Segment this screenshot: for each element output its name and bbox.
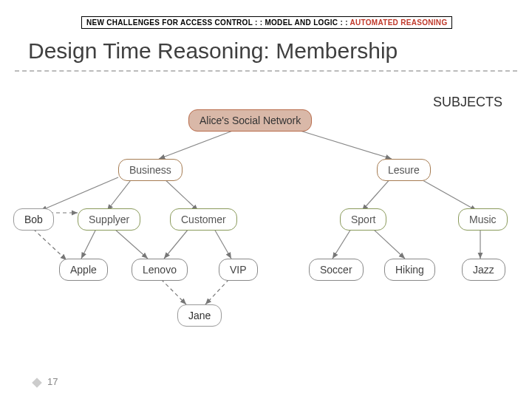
node-apple: Apple — [59, 259, 108, 281]
node-sport: Sport — [340, 208, 386, 231]
svg-line-9 — [164, 229, 188, 259]
svg-line-16 — [161, 279, 186, 304]
breadcrumb-main: NEW CHALLENGES FOR ACCESS CONTROL : : MO… — [86, 18, 349, 27]
svg-line-5 — [362, 177, 392, 211]
svg-line-0 — [159, 129, 236, 159]
svg-line-2 — [41, 177, 118, 211]
svg-line-14 — [33, 229, 66, 260]
subjects-label: SUBJECTS — [433, 95, 502, 110]
node-business: Business — [118, 159, 183, 181]
node-jane: Jane — [177, 304, 222, 327]
svg-line-10 — [214, 229, 231, 259]
breadcrumb: NEW CHALLENGES FOR ACCESS CONTROL : : MO… — [81, 16, 452, 29]
title-divider — [15, 70, 517, 72]
svg-line-6 — [417, 177, 477, 211]
page-number-value: 17 — [47, 376, 58, 387]
svg-line-1 — [296, 129, 392, 159]
node-hiking: Hiking — [384, 259, 435, 281]
svg-line-8 — [115, 229, 148, 259]
svg-line-17 — [205, 279, 229, 304]
breadcrumb-accent: AUTOMATED REASONING — [349, 18, 447, 27]
node-lenovo: Lenovo — [132, 259, 188, 281]
svg-line-12 — [373, 229, 405, 259]
node-leisure: Lesure — [377, 159, 431, 181]
node-bob: Bob — [13, 208, 54, 231]
node-jazz: Jazz — [462, 259, 505, 281]
page-title: Design Time Reasoning: Membership — [28, 38, 398, 64]
svg-line-11 — [332, 229, 351, 259]
node-customer: Customer — [170, 208, 237, 231]
node-root: Alice's Social Network — [188, 109, 312, 132]
svg-line-4 — [163, 177, 198, 211]
page-number: 17 — [33, 376, 58, 387]
node-soccer: Soccer — [309, 259, 364, 281]
svg-line-3 — [107, 177, 133, 211]
node-vip: VIP — [219, 259, 258, 281]
node-music: Music — [458, 208, 508, 231]
svg-line-7 — [81, 229, 96, 259]
node-supplier: Supplyer — [78, 208, 140, 231]
